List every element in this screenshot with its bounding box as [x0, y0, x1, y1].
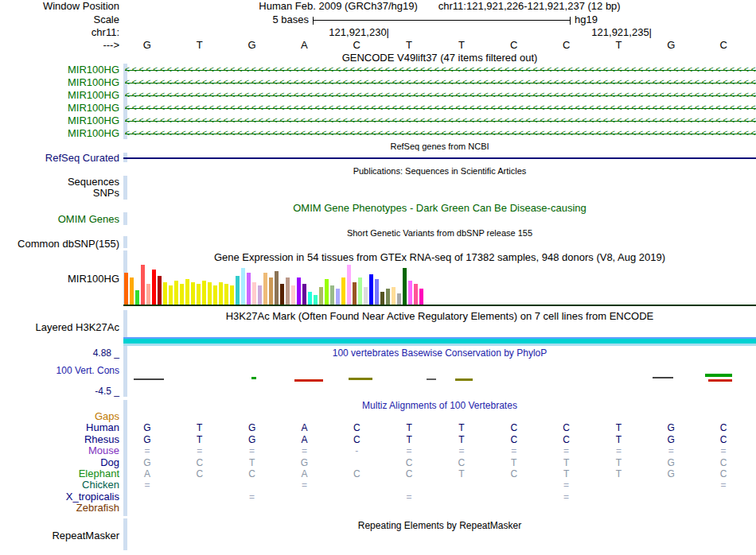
gtex-tissue-bar[interactable]: [135, 290, 139, 305]
gtex-tissue-bar[interactable]: [397, 293, 401, 305]
track-handle-conservation[interactable]: [123, 347, 127, 397]
gtex-tissue-bar[interactable]: [286, 278, 290, 305]
alignment-base: [488, 479, 540, 491]
gene-intron-arrows[interactable]: <<<<<<<<<<<<<<<<<<<<<<<<<<<<<<<<<<<<<<<<…: [125, 129, 756, 138]
gtex-tissue-bar[interactable]: [219, 282, 223, 305]
gene-intron-arrows[interactable]: <<<<<<<<<<<<<<<<<<<<<<<<<<<<<<<<<<<<<<<<…: [125, 103, 756, 113]
gtex-tissue-bar[interactable]: [224, 284, 228, 305]
track-handle-repeatmasker[interactable]: [123, 518, 127, 550]
gtex-tissue-bar[interactable]: [258, 285, 262, 305]
gene-label[interactable]: MIR100HG: [0, 89, 119, 101]
gtex-tissue-bar[interactable]: [347, 265, 351, 305]
gene-label[interactable]: MIR100HG: [0, 102, 119, 114]
alignment-base: T: [383, 434, 435, 445]
sequences-label[interactable]: Sequences: [0, 177, 119, 188]
gtex-tissue-bar[interactable]: [336, 289, 340, 305]
alignment-base: =: [226, 445, 279, 456]
omim-genes-label[interactable]: OMIM Genes: [0, 214, 119, 225]
h3k27ac-layered-signal[interactable]: [123, 337, 756, 346]
gtex-tissue-bar[interactable]: [247, 273, 251, 305]
gtex-tissue-bar[interactable]: [358, 278, 362, 305]
gtex-tissue-bar[interactable]: [202, 281, 206, 305]
gtex-expression-bars[interactable]: [124, 263, 425, 305]
alignment-base: =: [540, 445, 593, 456]
snps-label[interactable]: SNPs: [0, 188, 119, 199]
gtex-tissue-bar[interactable]: [375, 279, 379, 305]
gtex-tissue-bar[interactable]: [130, 278, 134, 305]
gtex-tissue-bar[interactable]: [341, 278, 345, 305]
track-handle-omim[interactable]: [123, 212, 127, 225]
alignment-base: C: [173, 457, 226, 468]
gtex-tissue-bar[interactable]: [174, 281, 178, 305]
alignment-base: [435, 479, 488, 491]
gene-intron-arrows[interactable]: <<<<<<<<<<<<<<<<<<<<<<<<<<<<<<<<<<<<<<<<…: [125, 91, 756, 100]
gtex-tissue-bar[interactable]: [392, 287, 396, 305]
gtex-tissue-bar[interactable]: [197, 284, 201, 305]
layered-h3k27ac-label[interactable]: Layered H3K27Ac: [0, 322, 119, 333]
alignment-base: C: [540, 422, 593, 433]
refseq-curated-item[interactable]: [123, 157, 756, 159]
gtex-tissue-bar[interactable]: [180, 284, 184, 305]
gtex-tissue-bar[interactable]: [185, 279, 189, 305]
gtex-tissue-bar[interactable]: [386, 289, 390, 305]
gtex-tissue-bar[interactable]: [319, 287, 323, 305]
refseq-curated-label[interactable]: RefSeq Curated: [0, 153, 119, 164]
gtex-tissue-bar[interactable]: [364, 287, 368, 305]
gtex-tissue-bar[interactable]: [353, 282, 357, 305]
gtex-tissue-bar[interactable]: [275, 271, 279, 305]
gtex-tissue-bar[interactable]: [252, 282, 256, 305]
gtex-tissue-bar[interactable]: [169, 285, 173, 305]
common-dbsnp-label[interactable]: Common dbSNP(155): [0, 239, 119, 250]
gtex-tissue-bar[interactable]: [330, 285, 334, 305]
species-alignment-row[interactable]: ====-=======: [121, 445, 750, 456]
gtex-tissue-bar[interactable]: [408, 281, 412, 305]
gtex-tissue-bar[interactable]: [419, 289, 423, 305]
species-alignment-row[interactable]: GCTGCCTTTGC: [121, 457, 750, 468]
gene-label[interactable]: MIR100HG: [0, 127, 119, 139]
gene-intron-arrows[interactable]: <<<<<<<<<<<<<<<<<<<<<<<<<<<<<<<<<<<<<<<<…: [125, 78, 756, 87]
gtex-tissue-bar[interactable]: [280, 284, 284, 305]
repeatmasker-label[interactable]: RepeatMasker: [0, 530, 119, 541]
gene-label[interactable]: MIR100HG: [0, 64, 119, 76]
gtex-tissue-bar[interactable]: [297, 278, 301, 305]
species-alignment-row[interactable]: ===: [121, 491, 750, 503]
gtex-tissue-bar[interactable]: [158, 276, 162, 305]
gtex-tissue-bar[interactable]: [291, 285, 295, 305]
gtex-tissue-bar[interactable]: [163, 282, 167, 305]
gene-label[interactable]: MIR100HG: [0, 76, 119, 88]
species-alignment-row[interactable]: ACCACCTCTTGC: [121, 468, 750, 479]
gtex-tissue-bar[interactable]: [213, 285, 217, 305]
gtex-tissue-bar[interactable]: [230, 285, 234, 305]
alignment-base: T: [540, 468, 593, 479]
gtex-tissue-bar[interactable]: [141, 265, 145, 305]
gtex-tissue-bar[interactable]: [325, 279, 329, 305]
gtex-tissue-bar[interactable]: [241, 268, 245, 305]
gtex-tissue-bar[interactable]: [403, 268, 407, 305]
gtex-tissue-bar[interactable]: [369, 274, 373, 305]
gtex-gene-label[interactable]: MIR100HG: [0, 274, 119, 285]
h3k27ac-layer[interactable]: [123, 343, 756, 346]
species-alignment-row[interactable]: ====: [121, 479, 750, 491]
cons-track-label[interactable]: 100 Vert. Cons: [0, 365, 119, 376]
species-alignment-row[interactable]: GTGACTTCCTGC: [121, 434, 750, 445]
gtex-tissue-bar[interactable]: [414, 284, 418, 305]
gtex-tissue-bar[interactable]: [208, 282, 212, 305]
species-label-chicken: Chicken: [0, 479, 119, 491]
gtex-tissue-bar[interactable]: [314, 295, 318, 305]
gtex-tissue-bar[interactable]: [269, 278, 273, 305]
gene-intron-arrows[interactable]: <<<<<<<<<<<<<<<<<<<<<<<<<<<<<<<<<<<<<<<<…: [125, 116, 756, 126]
gtex-tissue-bar[interactable]: [124, 273, 128, 305]
gtex-tissue-bar[interactable]: [236, 276, 240, 305]
track-handle-dbsnp[interactable]: [123, 236, 127, 248]
gtex-tissue-bar[interactable]: [380, 292, 384, 305]
gtex-tissue-bar[interactable]: [146, 284, 150, 305]
gtex-tissue-bar[interactable]: [263, 273, 267, 305]
gtex-tissue-bar[interactable]: [152, 270, 156, 305]
gtex-tissue-bar[interactable]: [302, 284, 306, 305]
gene-intron-arrows[interactable]: <<<<<<<<<<<<<<<<<<<<<<<<<<<<<<<<<<<<<<<<…: [125, 65, 756, 75]
species-alignment-row[interactable]: GTGACTTCCTGC: [121, 422, 750, 433]
gtex-tissue-bar[interactable]: [308, 292, 312, 305]
track-handle-publications[interactable]: [123, 176, 127, 200]
gene-label[interactable]: MIR100HG: [0, 114, 119, 126]
gtex-tissue-bar[interactable]: [191, 282, 195, 305]
